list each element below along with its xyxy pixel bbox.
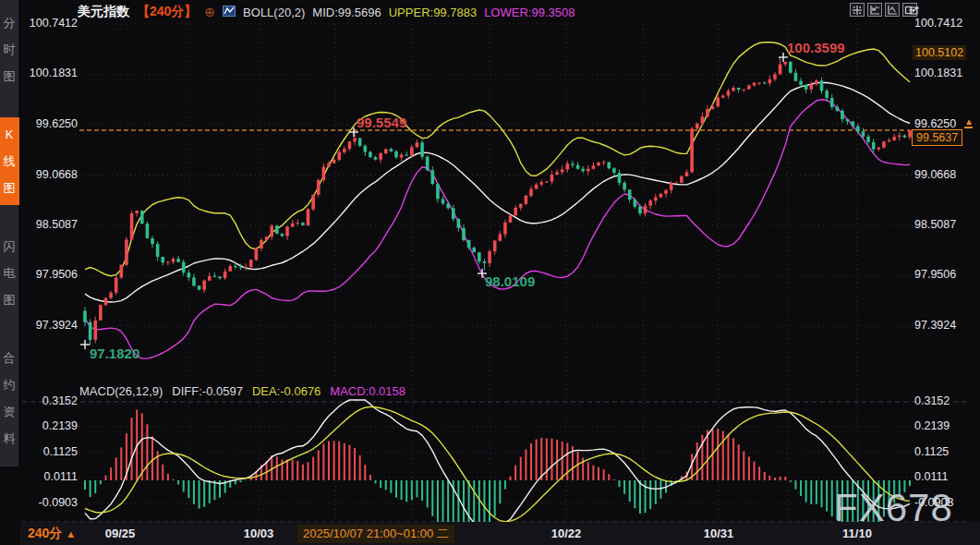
boll-label[interactable]: BOLL(20,2) [243,6,305,19]
macd-tick-right: -0.0903 [914,496,977,509]
chart-type-sidebar: 分时图K线图闪电图合约资料 [0,0,20,466]
macd-tick-left: 0.0111 [20,470,78,483]
annotation-local-high: 99.5549 [357,115,406,130]
date-tick: 09/25 [105,527,136,540]
boll-upper-value: UPPER:99.7883 [389,6,477,19]
sidebar-tab-1[interactable]: K线图 [0,117,19,205]
date-tick: 10/03 [244,527,274,540]
interval-up-arrow-icon: ▲ [66,528,76,539]
boll-mid-value: MID:99.5696 [312,6,381,19]
annotation-visible-high: 100.3599 [787,40,845,55]
date-tick: 10/22 [551,527,582,540]
annotation-local-low: 98.0109 [485,273,535,289]
crosshair-tool-icon[interactable] [850,3,865,17]
price-tick-right: 99.6250 [914,117,977,130]
magnifier-icon[interactable]: ⊕ [204,5,215,19]
price-tick-right: 100.1831 [914,67,977,79]
annotation-visible-low: 97.1820 [90,345,139,361]
macd-tick-left: 0.3152 [20,394,78,407]
symbol-title: 美元指数 [78,4,129,20]
price-tick-right: 97.9506 [914,268,977,281]
price-tick-right: 100.7412 [914,17,977,30]
zoom-out-axis-tool-icon[interactable] [885,3,900,17]
main-chart-canvas[interactable] [0,0,980,545]
chart-header: 美元指数 【240分】 ⊕ BOLL(20,2) MID:99.5696 UPP… [78,3,575,21]
boll-lower-value: LOWER:99.3508 [484,6,575,19]
price-tick-right: 98.5087 [914,218,977,231]
macd-tick-right: 0.2139 [914,419,977,432]
price-tick-left: 100.1831 [20,67,78,79]
price-tick-left: 99.0668 [20,168,78,181]
crosshair-datetime-tooltip: 2025/10/07 21:00~01:00 二 [297,525,454,543]
macd-name-label[interactable]: MACD(26,12,9) [79,384,163,398]
macd-tick-right: 0.1125 [914,445,977,458]
price-tick-left: 99.6250 [20,117,78,130]
zoom-in-axis-tool-icon[interactable] [867,3,882,17]
macd-tick-right: 0.3152 [914,394,977,407]
macd-dea-value: DEA:-0.0676 [252,384,321,398]
price-tick-left: 100.7412 [20,17,78,30]
macd-tick-right: 0.0111 [914,470,977,483]
macd-tick-left: -0.0903 [20,496,78,509]
sidebar-tab-3[interactable]: 合约资料 [0,341,19,455]
price-tick-left: 98.5087 [20,218,78,231]
price-tick-left: 97.3924 [20,319,78,332]
interval-selector-button[interactable]: 240分 ▲ [28,526,76,542]
price-tick-right: 97.3924 [914,319,977,332]
sidebar-tab-0[interactable]: 分时图 [0,6,19,93]
macd-tick-left: 0.2139 [20,419,78,432]
current-price-badge: 99.5637 [912,129,962,146]
interval-tag[interactable]: 【240分】 [137,4,197,20]
macd-hist-value: MACD:0.0158 [330,384,405,398]
date-tick: 10/31 [704,527,734,540]
macd-diff-value: DIFF:-0.0597 [172,384,243,398]
macd-tick-left: 0.1125 [20,445,78,458]
sidebar-tab-2[interactable]: 闪电图 [0,229,19,317]
price-tick-right: 99.0668 [914,168,977,181]
candlestick-icon[interactable] [223,5,236,20]
trading-app-window: 分时图K线图闪电图合约资料 美元指数 【240分】 ⊕ BOLL(20,2) M… [0,0,980,545]
price-tick-left: 97.9506 [20,268,78,281]
macd-indicator-header: MACD(26,12,9) DIFF:-0.0597 DEA:-0.0676 M… [79,384,405,398]
chart-toolbar [850,3,917,17]
range-high-price-label: 100.5102 [913,45,966,60]
